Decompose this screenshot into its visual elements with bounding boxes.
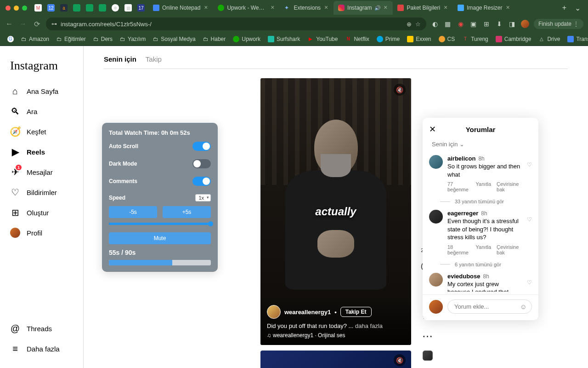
profile-icon[interactable] [521, 20, 529, 28]
comment-avatar[interactable] [429, 210, 443, 224]
ext-icon-4[interactable]: ▣ [469, 20, 478, 28]
pinned-amazon[interactable]: a [60, 4, 68, 12]
comment-input[interactable] [454, 303, 516, 310]
sidebar-item-threads[interactable]: @Threads [6, 318, 78, 339]
reload-button[interactable]: ⟳ [32, 19, 41, 29]
extensions-icon[interactable]: ⊞ [482, 20, 491, 28]
bm-amazon[interactable]: 🗀Amazon [18, 34, 52, 44]
like-comment-button[interactable]: ♡ [527, 161, 532, 168]
reel-user-avatar[interactable] [267, 305, 281, 319]
bm-prime[interactable]: Prime [374, 34, 402, 44]
tab-notepad[interactable]: Online Notepad× [148, 1, 213, 15]
mute-icon[interactable]: 🔇 [394, 354, 406, 366]
audio-icon[interactable]: 🔊 [374, 5, 380, 11]
bm-haber[interactable]: 🗀Haber [200, 34, 229, 44]
audio-thumbnail[interactable] [423, 351, 433, 361]
current-user-avatar[interactable] [429, 300, 443, 314]
sidebar-item-home[interactable]: ⌂Ana Sayfa [6, 81, 78, 101]
forward-button[interactable]: → [18, 19, 28, 29]
url-bar[interactable]: ⊶ instagram.com/reels/C1zlr5sNws-/ ⊕ ☆ [46, 17, 426, 30]
pinned-t[interactable]: 17 [137, 4, 145, 12]
autoscroll-toggle[interactable] [192, 142, 211, 151]
install-icon[interactable]: ⊕ [407, 21, 412, 28]
sidebar-item-explore[interactable]: 🧭Keşfet [6, 121, 78, 142]
comment-avatar[interactable] [429, 155, 443, 169]
like-comment-button[interactable]: ♡ [527, 279, 532, 286]
more-button[interactable]: ⋯ [422, 330, 433, 342]
bm-sosyal[interactable]: 🗀Sosyal Medya [150, 34, 198, 44]
comment-avatar[interactable] [429, 273, 443, 287]
tab-resizer[interactable]: Image Resizer× [453, 1, 515, 15]
sidebar-item-reels[interactable]: ▶Reels [6, 142, 78, 162]
mute-icon[interactable]: 🔇 [394, 84, 406, 96]
sidebar-item-search[interactable]: 🔍︎Ara [6, 101, 78, 121]
comments-filter[interactable]: Senin için ⌄ [423, 139, 538, 152]
pinned-gmail[interactable]: M [34, 4, 42, 12]
speed-select[interactable]: 1x [195, 194, 211, 201]
mute-button[interactable]: Mute [109, 232, 211, 244]
reel-audio[interactable]: ♫ weareallenergy1 · Orijinal ses [267, 332, 405, 339]
tab-following[interactable]: Takip [146, 55, 162, 63]
pinned-cal[interactable]: 12 [47, 4, 55, 12]
bm-google[interactable]: G [5, 34, 17, 44]
sidebar-item-messages[interactable]: ✈Mesajlar1 [6, 162, 78, 182]
window-controls[interactable] [4, 6, 31, 11]
reel-video[interactable]: actually 🔇 weareallenergy1 • Takip Et Di… [260, 78, 411, 345]
tab-menu[interactable]: ⌄ [571, 4, 584, 12]
close-icon[interactable]: × [203, 5, 209, 11]
view-replies[interactable]: 33 yanıtın tümünü gör [440, 199, 532, 204]
bm-ders[interactable]: 🗀Ders [90, 34, 115, 44]
bm-upwork[interactable]: Upwork [230, 34, 263, 44]
pinned-sheets3[interactable] [99, 4, 106, 12]
sidepanel-icon[interactable]: ◨ [508, 20, 516, 28]
comment-user[interactable]: eviedubose [447, 273, 481, 280]
tab-paket[interactable]: Paket Bilgileri× [393, 1, 453, 15]
maximize-window[interactable] [22, 6, 27, 11]
comments-toggle[interactable] [192, 177, 211, 186]
reel-username[interactable]: weareallenergy1 [284, 309, 331, 316]
site-info-icon[interactable]: ⊶ [51, 21, 57, 27]
bm-surfshark[interactable]: Surfshark [265, 34, 303, 44]
close-icon[interactable]: × [323, 5, 329, 11]
tab-instagram[interactable]: Instagram🔊× [334, 1, 393, 15]
comment-user[interactable]: eagerreger [447, 210, 478, 217]
follow-button[interactable]: Takip Et [340, 307, 372, 317]
close-icon[interactable]: × [383, 5, 388, 11]
sidebar-item-more[interactable]: ≡Daha fazla [6, 339, 78, 359]
bm-egitimler[interactable]: 🗀Eğitimler [54, 34, 89, 44]
ext-icon-2[interactable]: ▦ [444, 20, 452, 28]
bm-youtube[interactable]: ▶YouTube [305, 34, 340, 44]
pinned-notion[interactable]: ▦ [124, 4, 132, 12]
star-icon[interactable]: ☆ [415, 21, 421, 28]
sidebar-item-notifications[interactable]: ♡Bildirimler [6, 182, 78, 202]
seek-slider[interactable] [109, 223, 211, 225]
bm-drive[interactable]: △Drive [536, 34, 563, 44]
pinned-gpt[interactable]: ✻ [112, 4, 119, 12]
tab-upwork[interactable]: Upwork - Web Scra× [213, 1, 280, 15]
comment-user[interactable]: airbelicon [447, 155, 475, 162]
ext-icon-3[interactable]: ◉ [457, 20, 465, 28]
new-tab-button[interactable]: + [559, 4, 570, 12]
back-button[interactable]: ← [5, 19, 14, 29]
emoji-button[interactable]: ☺ [520, 303, 527, 310]
bm-netflix[interactable]: NNetflix [342, 34, 372, 44]
close-icon[interactable]: × [505, 5, 511, 11]
download-icon[interactable]: ⬇ [495, 20, 503, 28]
sidebar-item-profile[interactable]: Profil [6, 223, 78, 243]
like-comment-button[interactable]: ♡ [527, 216, 532, 223]
sidebar-item-create[interactable]: ⊞Oluştur [6, 202, 78, 223]
instagram-logo[interactable]: Instagram [6, 50, 78, 81]
next-reel-preview[interactable]: 🔇 [260, 351, 411, 368]
bm-exxen[interactable]: Exxen [404, 34, 434, 44]
pinned-sheets2[interactable] [86, 4, 93, 12]
minimize-window[interactable] [14, 6, 19, 11]
tab-for-you[interactable]: Senin için [104, 55, 136, 63]
bm-yazilim[interactable]: 🗀Yazılım [117, 34, 148, 44]
bm-cambridge[interactable]: Cambridge [493, 34, 534, 44]
tab-extensions[interactable]: ✦Extensions× [280, 1, 334, 15]
darkmode-toggle[interactable] [192, 159, 211, 168]
minus5-button[interactable]: -5s [109, 206, 157, 218]
pinned-sheets1[interactable] [73, 4, 80, 12]
ext-icon-1[interactable]: ◐ [431, 20, 439, 28]
close-icon[interactable]: × [443, 5, 448, 11]
